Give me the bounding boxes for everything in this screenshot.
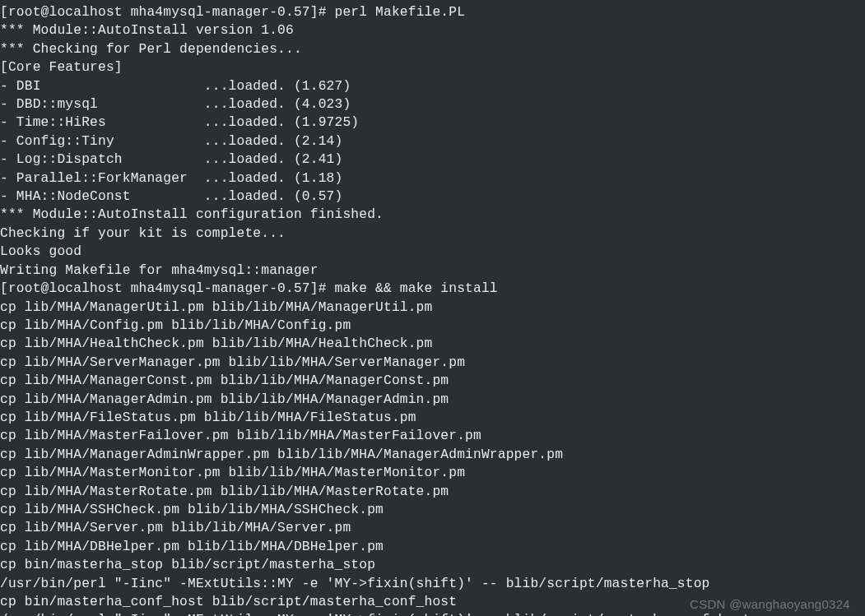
module-line: - DBI ...loaded. (1.627) (0, 79, 351, 94)
cp-line: cp bin/masterha_conf_host blib/script/ma… (0, 595, 457, 609)
module-line: - MHA::NodeConst ...loaded. (0.57) (0, 189, 342, 204)
output-line: [Core Features] (0, 60, 123, 75)
module-line: - Time::HiRes ...loaded. (1.9725) (0, 115, 359, 130)
shell-prompt: [root@localhost mha4mysql-manager-0.57]# (0, 5, 334, 20)
module-line: - Log::Dispatch ...loaded. (2.41) (0, 152, 342, 167)
command-text: perl Makefile.PL (334, 5, 465, 20)
cp-line: cp lib/MHA/Server.pm blib/lib/MHA/Server… (0, 521, 351, 535)
fixin-line: /usr/bin/perl "-Iinc" -MExtUtils::MY -e … (0, 577, 710, 591)
module-line: - Config::Tiny ...loaded. (2.14) (0, 134, 342, 149)
output-line: *** Module::AutoInstall version 1.06 (0, 23, 294, 38)
output-line: Writing Makefile for mha4mysql::manager (0, 263, 319, 278)
output-line: *** Module::AutoInstall configuration fi… (0, 207, 384, 222)
cp-line: cp lib/MHA/ManagerUtil.pm blib/lib/MHA/M… (0, 300, 432, 315)
cp-line: cp lib/MHA/ManagerAdminWrapper.pm blib/l… (0, 447, 563, 462)
cp-line: cp lib/MHA/ManagerConst.pm blib/lib/MHA/… (0, 373, 449, 388)
cp-line: cp lib/MHA/HealthCheck.pm blib/lib/MHA/H… (0, 336, 432, 351)
output-line: *** Checking for Perl dependencies... (0, 42, 302, 57)
module-line: - DBD::mysql ...loaded. (4.023) (0, 97, 351, 112)
shell-prompt: [root@localhost mha4mysql-manager-0.57]# (0, 281, 334, 296)
fixin-line: /usr/bin/perl "-Iinc" -MExtUtils::MY -e … (0, 613, 751, 616)
cp-line: cp bin/masterha_stop blib/script/masterh… (0, 558, 375, 572)
cp-line: cp lib/MHA/MasterRotate.pm blib/lib/MHA/… (0, 484, 449, 499)
cp-line: cp lib/MHA/DBHelper.pm blib/lib/MHA/DBHe… (0, 540, 384, 554)
cp-line: cp lib/MHA/ManagerAdmin.pm blib/lib/MHA/… (0, 392, 449, 407)
output-line: Checking if your kit is complete... (0, 226, 286, 241)
cp-line: cp lib/MHA/SSHCheck.pm blib/lib/MHA/SSHC… (0, 503, 384, 517)
cp-line: cp lib/MHA/Config.pm blib/lib/MHA/Config… (0, 318, 351, 333)
cp-line: cp lib/MHA/MasterFailover.pm blib/lib/MH… (0, 428, 481, 443)
cp-line: cp lib/MHA/ServerManager.pm blib/lib/MHA… (0, 355, 465, 370)
command-text: make && make install (334, 281, 497, 296)
module-line: - Parallel::ForkManager ...loaded. (1.18… (0, 171, 342, 186)
terminal-output[interactable]: [root@localhost mha4mysql-manager-0.57]#… (0, 0, 865, 616)
cp-line: cp lib/MHA/FileStatus.pm blib/lib/MHA/Fi… (0, 410, 416, 425)
cp-line: cp lib/MHA/MasterMonitor.pm blib/lib/MHA… (0, 465, 465, 480)
output-line: Looks good (0, 244, 81, 259)
